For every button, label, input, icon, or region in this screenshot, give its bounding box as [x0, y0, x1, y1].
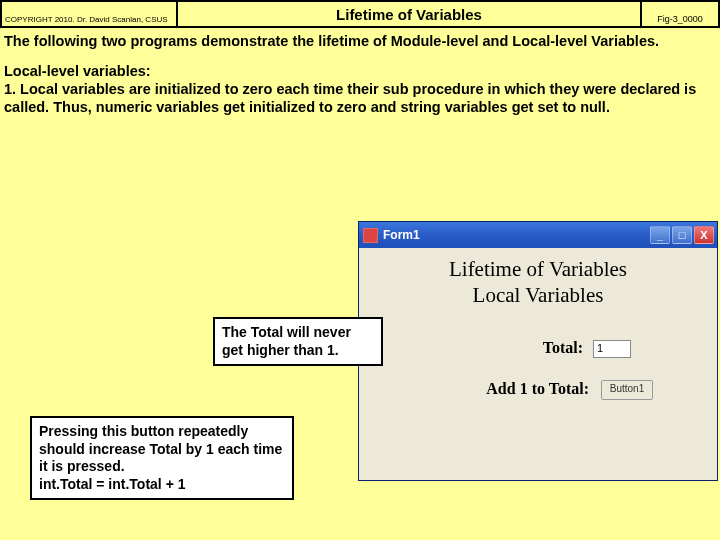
total-label: Total: [543, 339, 583, 356]
intro-text: The following two programs demonstrate t… [0, 28, 720, 50]
form-body: Lifetime of Variables Local Variables To… [359, 248, 717, 408]
add-button[interactable]: Button1 [601, 380, 653, 400]
slide-title: Lifetime of Variables [178, 0, 642, 26]
form-heading-line2: Local Variables [473, 283, 604, 307]
close-button[interactable]: X [694, 226, 714, 244]
form-heading: Lifetime of Variables Local Variables [363, 256, 713, 309]
section-heading: Local-level variables: [4, 63, 151, 79]
total-textbox[interactable]: 1 [593, 340, 631, 358]
minimize-button[interactable]: _ [650, 226, 670, 244]
callout-button-explanation: Pressing this button repeatedly should i… [30, 416, 294, 500]
callout2-line2: int.Total = int.Total + 1 [39, 476, 186, 492]
maximize-button[interactable]: □ [672, 226, 692, 244]
window-controls: _ □ X [650, 226, 714, 244]
local-vars-section: Local-level variables: 1. Local variable… [0, 50, 720, 116]
copyright-cell: COPYRIGHT 2010. Dr. David Scanlan, CSUS [0, 0, 178, 26]
vb-form-window: Form1 _ □ X Lifetime of Variables Local … [358, 221, 718, 481]
form-icon [363, 228, 378, 243]
titlebar: Form1 _ □ X [359, 222, 717, 248]
button-row: Add 1 to Total: Button1 [363, 380, 713, 400]
total-row: Total: 1 [363, 339, 713, 358]
section-body: 1. Local variables are initialized to ze… [4, 81, 696, 115]
callout2-line1: Pressing this button repeatedly should i… [39, 423, 282, 474]
form-heading-line1: Lifetime of Variables [449, 257, 627, 281]
figure-ref: Fig-3_0000 [642, 0, 720, 26]
slide-header: COPYRIGHT 2010. Dr. David Scanlan, CSUS … [0, 0, 720, 28]
button-label-prefix: Add 1 to Total: [486, 380, 589, 397]
callout-total-never-higher: The Total will never get higher than 1. [213, 317, 383, 366]
window-title: Form1 [383, 228, 650, 242]
